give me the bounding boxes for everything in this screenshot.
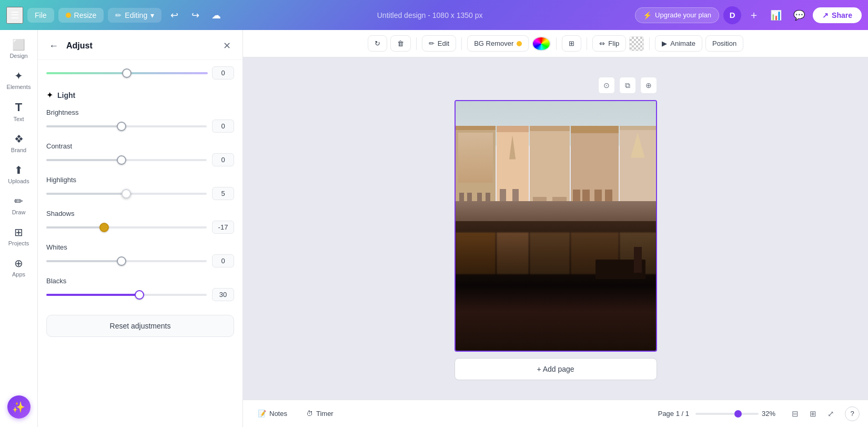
ai-magic-button[interactable]: ✨ <box>7 395 31 419</box>
pencil-icon: ✏ <box>115 11 122 19</box>
contrast-track[interactable] <box>46 159 207 161</box>
highlights-track[interactable] <box>46 193 207 195</box>
reset-adjustments-button[interactable]: Reset adjustments <box>46 315 234 337</box>
notes-icon: 📝 <box>258 410 266 418</box>
sidebar-item-projects[interactable]: ⊞ Projects <box>2 222 36 251</box>
undo-button[interactable]: ↩ <box>166 7 183 24</box>
elements-icon: ✦ <box>14 69 23 82</box>
whites-row: Whites 0 <box>46 243 234 267</box>
sidebar-item-draw[interactable]: ✏ Draw <box>2 191 36 220</box>
text-icon: T <box>15 101 22 114</box>
sidebar-item-uploads[interactable]: ⬆ Uploads <box>2 160 36 188</box>
position-button[interactable]: Position <box>705 35 743 52</box>
whites-track[interactable] <box>46 260 207 262</box>
sidebar-item-elements[interactable]: ✦ Elements <box>2 65 36 94</box>
top-slider-track[interactable] <box>46 72 208 74</box>
highlights-thumb[interactable] <box>122 189 131 198</box>
edit-button[interactable]: ✏ Edit <box>422 35 456 52</box>
sidebar-item-apps[interactable]: ⊕ Apps <box>2 253 36 282</box>
zoom-thumb[interactable] <box>734 410 742 418</box>
whites-value[interactable]: 0 <box>212 254 234 267</box>
transparency-button[interactable] <box>629 36 644 51</box>
fullscreen-button[interactable]: ⤢ <box>823 406 839 422</box>
highlights-value[interactable]: 5 <box>212 187 234 200</box>
animate-label: Animate <box>670 39 695 47</box>
brightness-thumb[interactable] <box>117 122 126 131</box>
rotate-button[interactable]: ↻ <box>368 35 387 52</box>
sidebar-label-elements: Elements <box>7 84 31 90</box>
sidebar-item-design[interactable]: ⬜ Design <box>2 34 36 63</box>
apps-icon: ⊕ <box>14 257 23 270</box>
notes-button[interactable]: 📝 Notes <box>251 406 294 421</box>
light-section-header: ✦ Light <box>46 90 234 100</box>
shadows-value[interactable]: -17 <box>212 221 234 234</box>
flip-label: Flip <box>608 39 619 47</box>
cloud-save-button[interactable]: ☁ <box>208 7 225 24</box>
adjust-body: 0 ✦ Light Brightness 0 Con <box>38 60 243 427</box>
sidebar-label-draw: Draw <box>12 209 26 215</box>
contrast-control: 0 <box>46 153 234 166</box>
shadows-track[interactable] <box>46 226 207 229</box>
bg-remover-dot <box>517 41 522 46</box>
timer-button[interactable]: ⏱ Timer <box>300 406 340 421</box>
back-button[interactable]: ← <box>46 38 61 53</box>
resize-button[interactable]: Resize <box>58 8 104 23</box>
hamburger-button[interactable]: ☰ <box>6 7 23 24</box>
file-menu-button[interactable]: File <box>27 8 54 23</box>
share-button[interactable]: ↗ Share <box>813 7 862 23</box>
add-team-button[interactable]: ＋ <box>745 7 762 24</box>
timer-label: Timer <box>316 410 334 418</box>
edit-icon: ✏ <box>429 39 435 47</box>
duplicate-button[interactable]: ⧉ <box>619 77 636 94</box>
crop-icon: ⊞ <box>569 39 574 47</box>
sidebar-item-brand[interactable]: ❖ Brand <box>2 128 36 157</box>
flip-icon: ⇔ <box>599 39 605 47</box>
bg-remover-button[interactable]: BG Remover <box>467 35 529 52</box>
page-info: Page 1 / 1 <box>658 410 689 418</box>
delete-button[interactable]: 🗑 <box>390 35 411 52</box>
upgrade-label: Upgrade your plan <box>655 11 711 19</box>
analytics-button[interactable]: 📊 <box>766 6 785 25</box>
blacks-track[interactable] <box>46 294 207 296</box>
adjust-panel: ← Adjust ✕ 0 ✦ Light Brightness <box>38 30 243 427</box>
add-to-frame-button[interactable]: ⊕ <box>640 77 657 94</box>
view-buttons: ⊟ ⊞ ⤢ <box>787 406 839 422</box>
notes-label: Notes <box>269 410 287 418</box>
lock-button[interactable]: ⊙ <box>598 77 615 94</box>
avatar[interactable]: D <box>723 6 741 24</box>
animate-button[interactable]: ▶ Animate <box>655 35 702 52</box>
close-panel-button[interactable]: ✕ <box>219 38 234 53</box>
shadows-thumb[interactable] <box>99 223 109 232</box>
contrast-value[interactable]: 0 <box>212 153 234 166</box>
blacks-thumb[interactable] <box>135 290 144 300</box>
canvas-workspace: ⊙ ⧉ ⊕ <box>243 57 868 400</box>
top-nav: ☰ File Resize ✏ Editing ▾ ↩ ↪ ☁ Untitled… <box>0 0 868 30</box>
whites-thumb[interactable] <box>117 256 126 266</box>
color-wheel-button[interactable] <box>532 36 551 51</box>
flip-button[interactable]: ⇔ Flip <box>592 35 626 52</box>
comments-button[interactable]: 💬 <box>790 6 809 25</box>
zoom-slider[interactable] <box>695 413 759 415</box>
contrast-thumb[interactable] <box>117 155 126 165</box>
upgrade-button[interactable]: ⚡ Upgrade your plan <box>635 7 719 23</box>
crop-button[interactable]: ⊞ <box>562 35 581 52</box>
brand-icon: ❖ <box>14 133 24 145</box>
light-icon: ✦ <box>46 90 53 100</box>
grid-view-button[interactable]: ⊟ <box>787 406 803 422</box>
contrast-row: Contrast 0 <box>46 142 234 166</box>
editing-button[interactable]: ✏ Editing ▾ <box>108 8 162 23</box>
brightness-track[interactable] <box>46 125 207 127</box>
help-button[interactable]: ? <box>845 406 860 421</box>
chevron-down-icon: ▾ <box>150 11 154 19</box>
whites-control: 0 <box>46 254 234 267</box>
canvas-image[interactable] <box>455 100 657 352</box>
contrast-label: Contrast <box>46 142 234 150</box>
multi-view-button[interactable]: ⊞ <box>805 406 821 422</box>
blacks-value[interactable]: 30 <box>212 288 234 301</box>
brightness-value[interactable]: 0 <box>212 120 234 133</box>
top-slider-thumb[interactable] <box>122 68 132 78</box>
sidebar-item-text[interactable]: T Text <box>2 96 36 126</box>
redo-button[interactable]: ↪ <box>187 7 204 24</box>
top-slider-value[interactable]: 0 <box>212 66 234 80</box>
add-page-button[interactable]: + Add page <box>455 358 657 380</box>
